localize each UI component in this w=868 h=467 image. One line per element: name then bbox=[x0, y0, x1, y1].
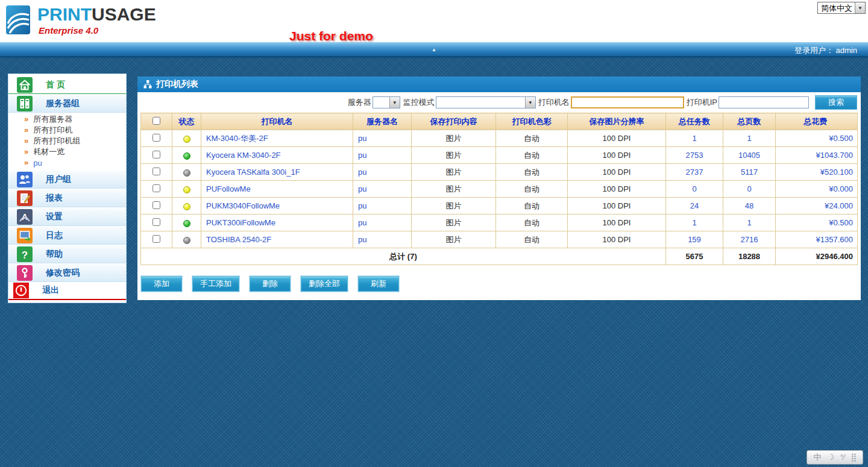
sidebar-item-home[interactable]: 首页 bbox=[8, 76, 126, 94]
sidebar-subitem-consumables[interactable]: » 耗材一览 bbox=[8, 146, 126, 157]
chevron-down-icon[interactable]: ▼ bbox=[525, 97, 535, 108]
delete-button[interactable]: 删除 bbox=[250, 276, 291, 292]
sidebar-subitem-all-servers[interactable]: » 所有服务器 bbox=[8, 114, 126, 125]
sidebar-subitem-all-printers[interactable]: » 所有打印机 bbox=[8, 125, 126, 136]
column-header-status[interactable]: 状态 bbox=[172, 113, 201, 130]
chevron-down-icon[interactable]: ▼ bbox=[855, 2, 865, 13]
printer-color: 自动 bbox=[496, 231, 568, 248]
table-row: KM-3040-华美-2F pu 图片 自动 100 DPI 1 1 ¥0.50… bbox=[141, 130, 858, 147]
printer-list-panel: 打印机列表 服务器 ▼ 监控模式 ▼ 打印机名 打印机IP 搜索 bbox=[137, 77, 861, 300]
manual-add-button[interactable]: 手工添加 bbox=[192, 276, 239, 292]
column-header-printer-name[interactable]: 打印机名 bbox=[201, 113, 353, 130]
sidebar: 首页 服务器组 » 所有服务器 » 所有打印机 » 所有打印机组 » 耗 bbox=[8, 74, 127, 303]
table-header-row: 状态 打印机名 服务器名 保存打印内容 打印机色彩 保存图片分辨率 总任务数 总… bbox=[141, 113, 858, 130]
column-header-total-jobs[interactable]: 总任务数 bbox=[666, 113, 723, 130]
content-background: 首页 服务器组 » 所有服务器 » 所有打印机 » 所有打印机组 » 耗 bbox=[0, 58, 868, 467]
language-value: 简体中文 bbox=[818, 2, 855, 13]
filter-row: 服务器 ▼ 监控模式 ▼ 打印机名 打印机IP 搜索 bbox=[140, 92, 858, 113]
sidebar-subitem-all-printer-groups[interactable]: » 所有打印机组 bbox=[8, 136, 126, 146]
monitor-mode-select[interactable]: ▼ bbox=[436, 96, 536, 108]
users-icon bbox=[17, 172, 33, 187]
sidebar-subitem-pu-server[interactable]: » pu bbox=[8, 157, 126, 168]
status-dot bbox=[183, 152, 190, 160]
chevron-icon: » bbox=[24, 115, 28, 124]
sidebar-item-settings[interactable]: A 设置 bbox=[8, 207, 126, 226]
punctuation-mode-icon[interactable]: °⁄ bbox=[838, 451, 847, 464]
sitemap-icon bbox=[143, 80, 152, 89]
select-all-checkbox[interactable] bbox=[153, 117, 160, 125]
column-header-server-name[interactable]: 服务器名 bbox=[353, 113, 412, 130]
server-select[interactable]: ▼ bbox=[373, 96, 400, 108]
total-pages-sum: 18288 bbox=[723, 248, 776, 265]
resolution: 100 DPI bbox=[568, 198, 666, 215]
column-header-color[interactable]: 打印机色彩 bbox=[496, 113, 568, 130]
resolution: 100 DPI bbox=[568, 231, 666, 248]
column-header-resolution[interactable]: 保存图片分辨率 bbox=[568, 113, 666, 130]
total-cost: ¥520.100 bbox=[820, 168, 853, 177]
sidebar-item-help[interactable]: ? 帮助 bbox=[8, 245, 126, 263]
column-header-save-content[interactable]: 保存打印内容 bbox=[412, 113, 496, 130]
search-button[interactable]: 搜索 bbox=[815, 95, 857, 110]
logo-icon bbox=[6, 5, 30, 34]
printer-name-input[interactable] bbox=[571, 96, 684, 108]
printer-name-link[interactable]: KM-3040-华美-2F bbox=[206, 134, 268, 143]
row-checkbox[interactable] bbox=[153, 235, 160, 243]
printer-name-link[interactable]: PUKT300iFollowMe bbox=[206, 218, 275, 227]
fullwidth-mode-icon[interactable]: ☽ bbox=[825, 451, 837, 464]
sidebar-item-label: 帮助 bbox=[46, 249, 63, 260]
sidebar-item-exit[interactable]: 退出 bbox=[8, 282, 126, 300]
total-cost: ¥0.500 bbox=[829, 218, 853, 227]
save-content: 图片 bbox=[412, 164, 496, 181]
column-header-total-cost[interactable]: 总花费 bbox=[776, 113, 858, 130]
printer-name-link[interactable]: Kyocera KM-3040-2F bbox=[206, 151, 281, 160]
svg-text:A: A bbox=[22, 212, 28, 222]
row-checkbox[interactable] bbox=[153, 168, 160, 175]
row-checkbox[interactable] bbox=[153, 151, 160, 158]
total-jobs: 2737 bbox=[686, 168, 703, 177]
table-row: Kyocera TASKalfa 300i_1F pu 图片 自动 100 DP… bbox=[141, 164, 858, 181]
printer-name-link[interactable]: Kyocera TASKalfa 300i_1F bbox=[206, 168, 300, 177]
chevron-icon: » bbox=[24, 137, 28, 145]
refresh-button[interactable]: 刷新 bbox=[358, 276, 399, 292]
save-content: 图片 bbox=[412, 130, 496, 147]
printer-name-link[interactable]: PUKM3040FollowMe bbox=[206, 201, 280, 210]
printer-color: 自动 bbox=[496, 130, 568, 147]
add-button[interactable]: 添加 bbox=[141, 276, 182, 292]
language-select[interactable]: 简体中文 ▼ bbox=[817, 2, 866, 14]
row-checkbox[interactable] bbox=[153, 218, 160, 226]
sidebar-item-server-group[interactable]: 服务器组 bbox=[8, 94, 126, 113]
total-pages: 0 bbox=[747, 184, 751, 193]
printer-color: 自动 bbox=[496, 181, 568, 198]
collapse-panel-arrow-icon[interactable]: ▲ bbox=[432, 48, 436, 52]
row-checkbox[interactable] bbox=[153, 184, 160, 192]
printer-name-link[interactable]: TOSHIBA 2540-2F bbox=[206, 235, 271, 244]
monitor-mode-label: 监控模式 bbox=[403, 97, 435, 108]
delete-all-button[interactable]: 删除全部 bbox=[301, 276, 348, 292]
sidebar-item-label: 日志 bbox=[46, 230, 63, 241]
sidebar-item-reports[interactable]: 报表 bbox=[8, 189, 126, 207]
server-name: pu bbox=[358, 201, 366, 210]
chinese-mode-icon[interactable]: 中 bbox=[811, 451, 823, 464]
sidebar-item-label: 首页 bbox=[46, 80, 68, 90]
soft-keyboard-icon[interactable]: ⣿ bbox=[848, 451, 859, 464]
server-name: pu bbox=[358, 218, 366, 227]
chevron-down-icon[interactable]: ▼ bbox=[389, 97, 400, 108]
resolution: 100 DPI bbox=[568, 147, 666, 164]
sidebar-item-logs[interactable]: 日志 bbox=[8, 226, 126, 245]
printer-name-link[interactable]: PUFollowMe bbox=[206, 184, 251, 193]
server-filter-label: 服务器 bbox=[348, 97, 371, 108]
exit-icon bbox=[13, 283, 29, 298]
sidebar-item-label: 修改密码 bbox=[46, 268, 80, 278]
server-name: pu bbox=[358, 235, 366, 244]
sidebar-item-change-password[interactable]: 修改密码 bbox=[8, 263, 126, 282]
row-checkbox[interactable] bbox=[153, 134, 160, 142]
login-user: admin bbox=[836, 46, 857, 55]
select-all-cell bbox=[141, 113, 172, 130]
total-pages: 5117 bbox=[741, 168, 758, 177]
column-header-total-pages[interactable]: 总页数 bbox=[723, 113, 776, 130]
row-checkbox[interactable] bbox=[153, 201, 160, 209]
total-label: 总计 (7) bbox=[141, 248, 666, 265]
printer-ip-label: 打印机IP bbox=[687, 97, 717, 108]
printer-ip-input[interactable] bbox=[719, 96, 809, 108]
sidebar-item-user-group[interactable]: 用户组 bbox=[8, 170, 126, 189]
